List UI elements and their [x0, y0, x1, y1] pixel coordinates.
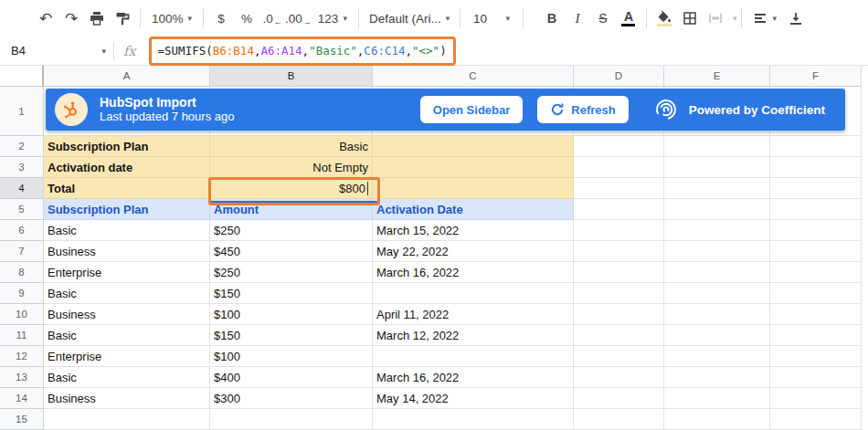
cell-A11[interactable]: Basic	[44, 325, 210, 346]
row-header-12[interactable]: 12	[0, 346, 44, 367]
refresh-button[interactable]: Refresh	[537, 96, 628, 123]
cell-B6[interactable]: $250	[210, 220, 373, 241]
print-button[interactable]	[84, 6, 110, 30]
cell-E15[interactable]	[664, 409, 770, 430]
cell-F15[interactable]	[770, 409, 862, 430]
cell-B8[interactable]: $250	[210, 262, 373, 283]
cell-D6[interactable]	[574, 220, 664, 241]
cell-F4[interactable]	[770, 178, 862, 199]
cell-F13[interactable]	[770, 367, 862, 388]
row-header-7[interactable]: 7	[0, 241, 44, 262]
more-formats-button[interactable]: 123▾	[312, 6, 354, 30]
cell-A13[interactable]: Basic	[44, 367, 210, 388]
cell-D10[interactable]	[574, 304, 664, 325]
vertical-align-button[interactable]	[783, 6, 809, 30]
increase-decimals-button[interactable]: .00→	[285, 6, 312, 30]
cell-A2[interactable]: Subscription Plan	[44, 136, 210, 157]
cell-D3[interactable]	[574, 157, 664, 178]
row-header-9[interactable]: 9	[0, 283, 44, 304]
row-header-10[interactable]: 10	[0, 304, 44, 325]
cell-B9[interactable]: $150	[210, 283, 373, 304]
text-color-button[interactable]: A	[616, 6, 641, 30]
column-header-F[interactable]: F	[770, 66, 862, 87]
cell-B15[interactable]	[210, 409, 373, 430]
row-header-11[interactable]: 11	[0, 325, 44, 346]
cell-D7[interactable]	[574, 241, 664, 262]
cell-C2[interactable]	[373, 136, 574, 157]
cell-D8[interactable]	[574, 262, 664, 283]
cell-D9[interactable]	[574, 283, 664, 304]
fill-color-button[interactable]	[651, 6, 677, 30]
cell-D12[interactable]	[574, 346, 664, 367]
cell-C9[interactable]	[373, 283, 574, 304]
cell-B10[interactable]: $100	[210, 304, 373, 325]
cell-E12[interactable]	[664, 346, 770, 367]
cell-C11[interactable]: March 12, 2022	[373, 325, 574, 346]
select-all-corner[interactable]	[0, 66, 44, 87]
cell-E2[interactable]	[664, 136, 770, 157]
cell-C10[interactable]: April 11, 2022	[373, 304, 574, 325]
cell-E3[interactable]	[664, 157, 770, 178]
column-header-A[interactable]: A	[44, 66, 210, 87]
cell-E8[interactable]	[664, 262, 770, 283]
italic-button[interactable]: I	[565, 6, 590, 30]
cell-A9[interactable]: Basic	[44, 283, 210, 304]
cell-A6[interactable]: Basic	[44, 220, 210, 241]
cell-F9[interactable]	[770, 283, 862, 304]
row-header-2[interactable]: 2	[0, 136, 44, 157]
cell-B4[interactable]: $800	[210, 178, 373, 199]
cell-A5[interactable]: Subscription Plan	[44, 199, 210, 220]
redo-button[interactable]: ↷	[58, 6, 84, 30]
cell-D2[interactable]	[574, 136, 664, 157]
cell-C8[interactable]: March 16, 2022	[373, 262, 574, 283]
cell-E6[interactable]	[664, 220, 770, 241]
cell-A4[interactable]: Total	[44, 178, 210, 199]
cell-C5[interactable]: Activation Date	[373, 199, 574, 220]
cell-C12[interactable]	[373, 346, 574, 367]
cell-E4[interactable]	[664, 178, 770, 199]
chevron-down-icon[interactable]: ▾	[733, 14, 737, 23]
cell-A3[interactable]: Activation date	[44, 157, 210, 178]
cell-E11[interactable]	[664, 325, 770, 346]
cell-D15[interactable]	[574, 409, 664, 430]
format-currency-button[interactable]: $	[208, 6, 234, 30]
cell-B2[interactable]: Basic	[210, 136, 373, 157]
cell-A8[interactable]: Enterprise	[44, 262, 210, 283]
cell-A14[interactable]: Business	[44, 388, 210, 409]
cell-C14[interactable]: May 14, 2022	[373, 388, 574, 409]
cell-F5[interactable]	[770, 199, 862, 220]
cell-A10[interactable]: Business	[44, 304, 210, 325]
cell-D11[interactable]	[574, 325, 664, 346]
row-header-5[interactable]: 5	[0, 199, 44, 220]
cell-D14[interactable]	[574, 388, 664, 409]
row-header-6[interactable]: 6	[0, 220, 44, 241]
open-sidebar-button[interactable]: Open Sidebar	[420, 96, 524, 123]
cell-F8[interactable]	[770, 262, 862, 283]
cell-B14[interactable]: $300	[210, 388, 373, 409]
cell-B3[interactable]: Not Empty	[210, 157, 373, 178]
row-header-3[interactable]: 3	[0, 157, 44, 178]
cell-F14[interactable]	[770, 388, 862, 409]
column-header-B[interactable]: B	[210, 66, 373, 87]
zoom-select[interactable]: 100%▾	[145, 6, 198, 30]
cell-F10[interactable]	[770, 304, 862, 325]
bold-button[interactable]: B	[539, 6, 565, 30]
undo-button[interactable]: ↶	[33, 6, 58, 30]
cell-E5[interactable]	[664, 199, 770, 220]
row-header-1[interactable]: 1	[0, 87, 44, 136]
cell-B5[interactable]: Amount	[210, 199, 373, 220]
cell-D13[interactable]	[574, 367, 664, 388]
cell-F3[interactable]	[770, 157, 862, 178]
cell-C4[interactable]	[373, 178, 574, 199]
cell-A15[interactable]	[44, 409, 210, 430]
merge-cells-button[interactable]	[703, 6, 728, 30]
horizontal-align-button[interactable]: ▾	[746, 6, 783, 30]
cell-C3[interactable]	[373, 157, 574, 178]
row-header-15[interactable]: 15	[0, 409, 44, 430]
cell-C7[interactable]: May 22, 2022	[373, 241, 574, 262]
paint-format-button[interactable]	[110, 6, 135, 30]
cell-F2[interactable]	[770, 136, 862, 157]
strikethrough-button[interactable]: S	[590, 6, 616, 30]
borders-button[interactable]	[677, 6, 703, 30]
row-header-13[interactable]: 13	[0, 367, 44, 388]
